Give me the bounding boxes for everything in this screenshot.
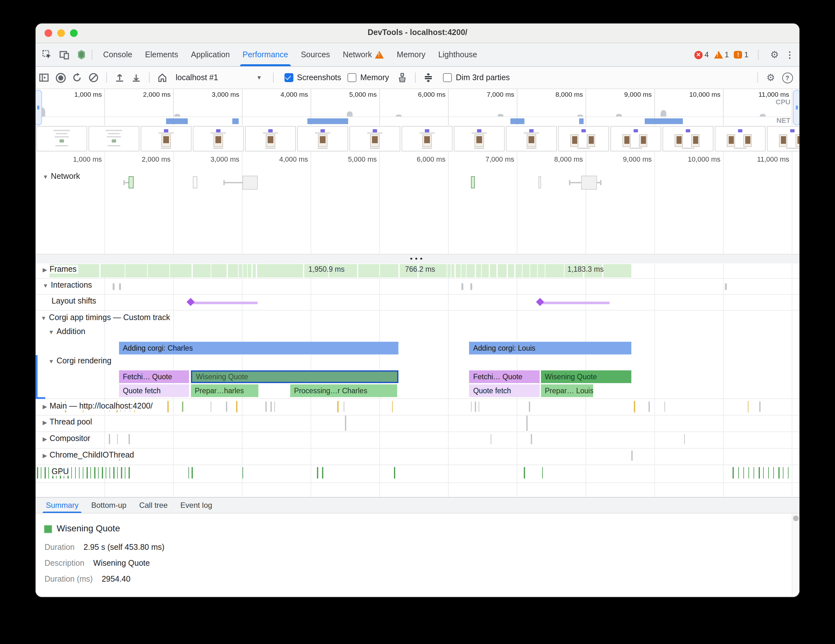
filmstrip-thumbnail[interactable]	[558, 126, 609, 151]
summary-scrollbar-thumb[interactable]	[793, 516, 799, 521]
network-request[interactable]	[538, 176, 541, 188]
memory-checkbox[interactable]	[348, 73, 356, 82]
network-track[interactable]: ▼Network	[36, 168, 799, 254]
thread-track[interactable]: ▶Main — http://localhost:4200/	[36, 399, 799, 415]
filmstrip-thumbnail[interactable]	[297, 126, 348, 151]
help-icon[interactable]: ?	[779, 69, 796, 86]
filmstrip-thumbnail[interactable]	[88, 126, 140, 151]
frames-track-label[interactable]: ▶Frames	[41, 265, 79, 274]
memory-checkbox-row[interactable]: Memory	[348, 73, 389, 82]
rendering-group-header[interactable]: ▼Corgi rendering	[36, 356, 799, 370]
filmstrip-thumbnail[interactable]	[767, 126, 799, 151]
filmstrip-thumbnail[interactable]	[663, 126, 713, 151]
history-select-caret[interactable]: ▼	[256, 75, 262, 81]
network-request[interactable]	[471, 176, 475, 188]
overview-left-handle[interactable]: ‖	[36, 90, 42, 125]
filmstrip-thumbnail[interactable]	[349, 126, 400, 151]
tab-elements[interactable]: Elements	[139, 43, 185, 66]
timing-bar[interactable]: Wisening Quote	[541, 370, 632, 383]
bottom-tab-summary[interactable]: Summary	[39, 498, 85, 513]
record-button[interactable]	[52, 69, 69, 86]
tab-memory[interactable]: Memory	[390, 43, 432, 66]
summary-scrollbar[interactable]	[792, 514, 799, 597]
tab-application[interactable]: Application	[185, 43, 236, 66]
device-toolbar-icon[interactable]	[58, 49, 70, 60]
history-select[interactable]: localhost #1	[175, 73, 218, 82]
network-request[interactable]	[581, 176, 597, 190]
timing-bar[interactable]: Prepar…harles	[191, 384, 258, 397]
error-badge[interactable]: ✕ 4	[694, 50, 709, 59]
download-profile-icon[interactable]	[128, 69, 145, 86]
tab-console[interactable]: Console	[97, 43, 139, 66]
filmstrip-thumbnail[interactable]	[454, 126, 505, 151]
pane-resize-handle[interactable]: •••	[36, 254, 799, 265]
tab-sources[interactable]: Sources	[294, 43, 336, 66]
toggle-sidebar-icon[interactable]	[36, 69, 52, 86]
thread-track-label[interactable]: GPU	[50, 467, 71, 476]
filmstrip-thumbnail[interactable]	[141, 126, 192, 151]
bottom-tab-bottom-up[interactable]: Bottom-up	[85, 498, 133, 513]
filmstrip-thumbnail[interactable]	[610, 126, 661, 151]
thread-track[interactable]: ▶Thread pool	[36, 415, 799, 432]
capture-settings-gear-icon[interactable]: ⚙	[762, 69, 779, 86]
tab-lighthouse[interactable]: Lighthouse	[432, 43, 483, 66]
inspect-element-icon[interactable]	[41, 49, 53, 60]
thread-track-label[interactable]: ▶Thread pool	[41, 417, 94, 427]
filmstrip-thumbnail[interactable]	[715, 126, 766, 151]
timing-bar[interactable]: Quote fetch	[469, 384, 540, 397]
frames-track[interactable]: 1,950.9 ms766.2 ms1,183.3 ms ▶Frames	[36, 263, 799, 278]
addition-group-header[interactable]: ▼Addition	[36, 327, 799, 341]
reload-record-button[interactable]	[69, 69, 85, 86]
thread-track[interactable]: ▶Chrome_ChildIOThread	[36, 448, 799, 465]
timeline-overview[interactable]: 1,000 ms2,000 ms3,000 ms4,000 ms5,000 ms…	[36, 89, 799, 126]
network-track-label[interactable]: ▼Network	[41, 172, 82, 181]
filmstrip-thumbnail[interactable]	[245, 126, 296, 151]
timing-bar[interactable]: Wisening Quote	[191, 370, 398, 383]
thread-track[interactable]: GPU	[36, 464, 799, 483]
timing-bar[interactable]: Adding corgi: Louis	[469, 342, 632, 354]
settings-gear-icon[interactable]: ⚙	[769, 49, 780, 60]
timing-bar[interactable]: Prepar… Louis	[541, 384, 593, 397]
clear-button[interactable]	[85, 69, 102, 86]
issues-badge[interactable]: ! 1	[734, 50, 749, 59]
network-request[interactable]	[242, 176, 258, 190]
network-request[interactable]	[128, 176, 134, 188]
interactions-track-label[interactable]: ▼Interactions	[41, 281, 94, 290]
thread-track-label[interactable]: ▶Compositor	[41, 434, 92, 443]
tracks-area[interactable]: 1,950.9 ms766.2 ms1,183.3 ms ▶Frames ▼In…	[36, 263, 799, 497]
interactions-track[interactable]: ▼Interactions	[36, 279, 799, 294]
custom-track-header[interactable]: ▼Corgi app timings — Custom track	[36, 313, 799, 327]
collapse-rows-icon[interactable]	[420, 69, 437, 86]
bottom-tab-call-tree[interactable]: Call tree	[133, 498, 174, 513]
filmstrip-thumbnail[interactable]	[193, 126, 244, 151]
timing-bar[interactable]: Adding corgi: Charles	[119, 342, 398, 354]
dim-3rd-parties-checkbox-row[interactable]: Dim 3rd parties	[443, 73, 510, 82]
network-request[interactable]	[193, 176, 197, 188]
filmstrip-thumbnail[interactable]	[401, 126, 453, 151]
thread-track-label[interactable]: ▶Chrome_ChildIOThread	[41, 451, 136, 459]
more-options-icon[interactable]: ⋮	[785, 50, 794, 60]
tab-performance[interactable]: Performance	[236, 43, 294, 66]
bottom-tab-event-log[interactable]: Event log	[174, 498, 219, 513]
dim-3rd-parties-checkbox[interactable]	[443, 73, 452, 82]
timing-bar[interactable]: Fetchi… Quote	[119, 370, 189, 383]
tab-network[interactable]: Network	[336, 43, 390, 66]
layout-shift-marker[interactable]	[536, 298, 544, 306]
home-icon[interactable]	[154, 69, 171, 86]
screenshots-checkbox[interactable]	[284, 73, 293, 82]
collect-garbage-icon[interactable]	[394, 69, 411, 86]
layout-shifts-track[interactable]: Layout shifts	[36, 295, 799, 310]
overview-right-handle[interactable]: ‖	[793, 90, 799, 125]
filmstrip-thumbnail[interactable]	[36, 126, 87, 151]
upload-profile-icon[interactable]	[111, 69, 128, 86]
timing-bar[interactable]: Quote fetch	[119, 384, 189, 397]
layout-shift-marker[interactable]	[187, 298, 195, 306]
extension-icon[interactable]	[76, 49, 87, 60]
screenshots-checkbox-row[interactable]: Screenshots	[284, 73, 341, 82]
thread-track[interactable]: ▶Compositor	[36, 431, 799, 449]
filmstrip-thumbnail[interactable]	[506, 126, 557, 151]
timing-bar[interactable]: Fetchi… Quote	[469, 370, 540, 383]
timing-bar[interactable]: Processing…r Charles	[290, 384, 397, 397]
warning-badge[interactable]: 1	[714, 50, 729, 59]
thread-track-label[interactable]: ▶Main — http://localhost:4200/	[41, 402, 155, 410]
